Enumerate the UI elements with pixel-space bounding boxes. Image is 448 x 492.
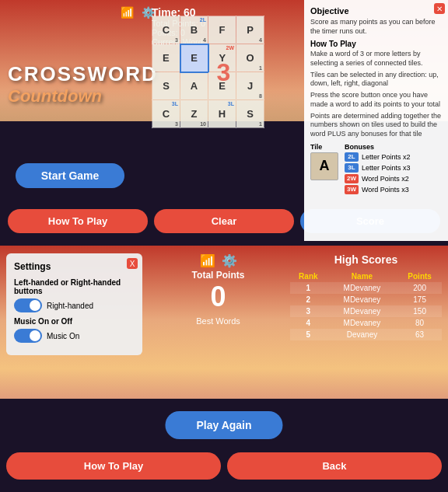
rank-header: Rank (290, 270, 327, 282)
hs-rank: 4 (290, 317, 327, 329)
bonus-row: 2LLetter Points x2 (345, 152, 411, 162)
hs-name: Devaney (327, 329, 398, 340)
top-half: CROSSWORD Countdown 📶 ⚙️ Time: 60 Total … (0, 0, 448, 246)
bonus-text: Word Points x2 (362, 175, 409, 183)
settings-close-button[interactable]: X (127, 258, 138, 269)
best-words-label: Best Words (144, 316, 292, 326)
cell-points-label: 4 (203, 37, 206, 43)
music-toggle[interactable] (14, 329, 42, 343)
grid-cell[interactable]: P4 (236, 16, 264, 44)
hs-rank: 3 (290, 305, 327, 317)
grid-table[interactable]: C3B2L4FP4EEY2WO1SAEJ8C3L3Z10H3LS1 (152, 16, 264, 128)
hs-rank: 2 (290, 294, 327, 305)
bottom-half: Settings X Left-handed or Right-handed b… (0, 246, 448, 492)
grid-cell[interactable]: H3L (208, 100, 236, 128)
hs-points: 175 (397, 294, 442, 305)
cell-points-label: 3 (175, 37, 178, 43)
crossword-title: CROSSWORD (8, 62, 158, 86)
hs-name: MDevaney (327, 317, 398, 329)
right-handed-toggle[interactable] (14, 298, 42, 312)
total-points-label: Total Points (144, 270, 292, 281)
grid-cell[interactable]: O1 (236, 44, 264, 72)
objective-panel: ✕ Objective Score as many points as you … (304, 0, 448, 241)
high-score-row: 5Devaney63 (290, 329, 442, 340)
high-scores-panel: High Scores Rank Name Points 1MDevaney20… (290, 253, 442, 340)
play-again-button[interactable]: Play Again (165, 411, 282, 439)
bonus-badge: 3L (345, 163, 359, 173)
cell-bonus-label: 2W (226, 45, 235, 51)
grid-cell[interactable]: Z10 (180, 100, 208, 128)
left-right-label: Left-handed or Right-handed buttons (14, 278, 135, 295)
high-scores-title: High Scores (290, 253, 442, 266)
right-handed-toggle-row: Right-handed (14, 298, 135, 312)
high-score-row: 4MDevaney80 (290, 317, 442, 329)
back-button[interactable]: Back (227, 452, 442, 480)
grid-cell[interactable]: A (180, 72, 208, 100)
title-area: CROSSWORD Countdown (8, 62, 158, 106)
center-panel: 📶 ⚙️ Total Points 0 Best Words (144, 253, 292, 326)
grid-cell[interactable]: C3L3 (152, 100, 180, 128)
high-score-row: 2MDevaney175 (290, 294, 442, 305)
hs-name: MDevaney (327, 294, 398, 305)
close-objective-button[interactable]: ✕ (434, 3, 445, 14)
bonus-row: 3LLetter Points x3 (345, 163, 411, 173)
grid-cell[interactable]: S1 (236, 100, 264, 128)
step3: Press the score button once you have mad… (310, 91, 442, 109)
cell-bonus-label: 3L (172, 101, 178, 106)
center-bar-icon: 📶 (200, 253, 215, 268)
bonuses-list: 2LLetter Points x23LLetter Points x32WWo… (345, 152, 411, 194)
music-toggle-row: Music On (14, 329, 135, 343)
bonus-badge: 2W (345, 174, 359, 183)
how-to-play-button[interactable]: How To Play (8, 209, 148, 233)
how-to-play-bottom-button[interactable]: How To Play (6, 452, 221, 480)
cell-points-label: 1 (259, 121, 262, 127)
cell-points-label: 10 (200, 121, 206, 127)
grid-cell[interactable]: S (152, 72, 180, 100)
cell-bonus-label: 3L (228, 101, 234, 106)
step2: Tiles can be selected in any direction: … (310, 71, 442, 89)
high-score-row: 1MDevaney200 (290, 282, 442, 294)
name-header: Name (327, 270, 398, 282)
center-gear-icon[interactable]: ⚙️ (222, 253, 237, 268)
grid-cell[interactable]: E (152, 44, 180, 72)
grid-cell[interactable]: B2L4 (180, 16, 208, 44)
center-icons: 📶 ⚙️ (144, 253, 292, 268)
hs-rank: 5 (290, 329, 327, 340)
hs-points: 80 (397, 317, 442, 329)
grid-cell[interactable]: F (208, 16, 236, 44)
bonus-text: Word Points x3 (362, 186, 409, 194)
hs-points: 200 (397, 282, 442, 294)
hs-rank: 1 (290, 282, 327, 294)
bonus-text: Letter Points x3 (362, 164, 411, 172)
music-on-label: Music On (47, 332, 79, 340)
grid-cell[interactable]: E (180, 44, 208, 72)
grid-cell[interactable]: E (208, 72, 236, 100)
clear-button[interactable]: Clear (154, 209, 294, 233)
bonus-row: 3WWord Points x3 (345, 185, 411, 194)
bonuses-title: Bonuses (345, 143, 411, 151)
hs-points: 63 (397, 329, 442, 340)
objective-desc: Score as many points as you can before t… (310, 18, 442, 36)
hs-points: 150 (397, 305, 442, 317)
settings-panel: Settings X Left-handed or Right-handed b… (6, 253, 142, 355)
grid-cell[interactable]: J8 (236, 72, 264, 100)
music-label: Music On or Off (14, 317, 135, 326)
hs-name: MDevaney (327, 282, 398, 294)
step4: Points are determined adding together th… (310, 112, 442, 139)
top-icons: 📶 ⚙️ (121, 6, 155, 19)
hs-name: MDevaney (327, 305, 398, 317)
right-handed-label: Right-handed (47, 302, 93, 310)
points-header: Points (397, 270, 442, 282)
start-game-button[interactable]: Start Game (16, 163, 124, 188)
bar-chart-icon: 📶 (121, 6, 134, 19)
bonus-text: Letter Points x2 (362, 153, 411, 161)
high-scores-table: Rank Name Points 1MDevaney2002MDevaney17… (290, 270, 442, 340)
total-points-number: 0 (144, 281, 292, 313)
game-grid[interactable]: C3B2L4FP4EEY2WO1SAEJ8C3L3Z10H3LS1 3 (152, 16, 296, 128)
settings-title: Settings (14, 261, 135, 272)
grid-cell[interactable]: Y2W (208, 44, 236, 72)
grid-cell[interactable]: C3 (152, 16, 180, 44)
tile-demo: A (310, 152, 338, 180)
step1: Make a word of 3 or more letters by sele… (310, 50, 442, 68)
high-score-row: 3MDevaney150 (290, 305, 442, 317)
